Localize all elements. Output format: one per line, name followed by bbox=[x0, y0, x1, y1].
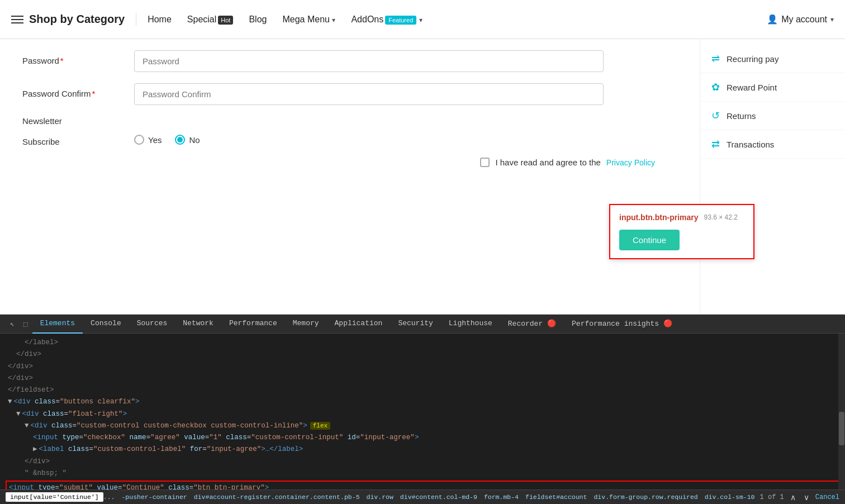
code-line-12: " &nbsp; " bbox=[0, 468, 845, 479]
devtools-bottom-bar: input[value='Continue'] ... -pusher-cont… bbox=[0, 489, 845, 504]
tooltip-dimensions: 93.6 × 42.2 bbox=[704, 213, 738, 221]
navbar-brand[interactable]: Shop by Category bbox=[11, 13, 136, 26]
returns-icon: ↺ bbox=[711, 110, 720, 122]
nav-mega-menu[interactable]: Mega Menu ▾ bbox=[282, 15, 335, 25]
devtools-tabs: ↖ ⬚ Elements Console Sources Network Per… bbox=[0, 315, 845, 334]
transactions-icon: ⇄ bbox=[711, 138, 720, 150]
subscribe-label: Subscribe bbox=[22, 135, 134, 146]
breadcrumb-row[interactable]: div.row bbox=[367, 493, 393, 501]
input-value-display: input[value='Continue'] bbox=[6, 492, 103, 502]
sidebar-item-returns[interactable]: ↺ Returns bbox=[700, 102, 845, 130]
form-area: Password* Password Confirm* Newsletter S… bbox=[0, 39, 700, 314]
radio-no-circle bbox=[175, 135, 185, 145]
subscribe-group: Subscribe Yes No bbox=[22, 135, 677, 146]
addons-arrow: ▾ bbox=[419, 16, 422, 24]
continue-button[interactable]: Continue bbox=[619, 230, 680, 250]
devtools-tab-perf-insights[interactable]: Performance insights 🔴 bbox=[564, 315, 680, 334]
navbar: Shop by Category Home SpecialHot Blog Me… bbox=[0, 0, 845, 39]
nav-addons[interactable]: AddOnsFeatured ▾ bbox=[351, 15, 422, 25]
code-line-3: </div> bbox=[0, 361, 845, 373]
devtools-inspect-icon[interactable]: ⬚ bbox=[19, 315, 32, 334]
account-arrow: ▾ bbox=[830, 16, 834, 23]
devtools-tab-recorder[interactable]: Recorder 🔴 bbox=[500, 315, 564, 334]
hot-badge: Hot bbox=[218, 16, 233, 25]
breadcrumb-ellipsis[interactable]: ... bbox=[103, 493, 115, 501]
devtools-tab-lighthouse[interactable]: Lighthouse bbox=[441, 315, 500, 334]
devtools-tab-console[interactable]: Console bbox=[83, 315, 129, 334]
code-line-11: </div> bbox=[0, 456, 845, 468]
code-line-6: ▼<div class="buttons clearfix"> bbox=[0, 396, 845, 408]
code-line-2: </div> bbox=[0, 349, 845, 360]
cancel-link[interactable]: Cancel bbox=[815, 493, 839, 501]
breadcrumb-form[interactable]: form.mb-4 bbox=[484, 493, 519, 501]
highlighted-code-line: <input type="submit" value="Continue" cl… bbox=[6, 481, 839, 489]
nav-links: Home SpecialHot Blog Mega Menu ▾ AddOnsF… bbox=[148, 15, 767, 25]
breadcrumb-pusher[interactable]: -pusher-container bbox=[121, 493, 187, 501]
devtools-tab-sources[interactable]: Sources bbox=[129, 315, 175, 334]
sidebar-item-transactions[interactable]: ⇄ Transactions bbox=[700, 130, 845, 159]
content-wrapper: Password* Password Confirm* Newsletter S… bbox=[0, 39, 845, 314]
nav-home[interactable]: Home bbox=[148, 15, 172, 25]
tooltip-header: input.btn.btn-primary 93.6 × 42.2 bbox=[619, 213, 744, 222]
brand-name: Shop by Category bbox=[29, 13, 125, 26]
devtools-scrollbar[interactable] bbox=[838, 334, 845, 489]
reward-icon: ✿ bbox=[711, 81, 720, 93]
devtools-tab-application[interactable]: Application bbox=[327, 315, 391, 334]
devtools-tab-memory[interactable]: Memory bbox=[285, 315, 327, 334]
devtools-tab-elements[interactable]: Elements bbox=[32, 315, 83, 334]
code-line-8: ▼<div class="custom-control custom-check… bbox=[0, 420, 845, 432]
privacy-link[interactable]: Privacy Policy bbox=[606, 158, 655, 167]
sidebar: ⇌ Recurring pay ✿ Reward Point ↺ Returns… bbox=[700, 39, 845, 314]
radio-yes-circle bbox=[134, 135, 144, 145]
sidebar-item-reward[interactable]: ✿ Reward Point bbox=[700, 73, 845, 102]
search-results: 1 of 1 ∧ ∨ Cancel bbox=[760, 493, 839, 502]
mega-menu-arrow: ▾ bbox=[332, 16, 335, 24]
breadcrumb-form-group[interactable]: div.form-group.row.required bbox=[594, 493, 697, 501]
password-confirm-required: * bbox=[92, 89, 96, 98]
code-line-5: </fieldset> bbox=[0, 384, 845, 396]
code-line-1: </label> bbox=[0, 337, 845, 349]
newsletter-label: Newsletter bbox=[22, 116, 134, 126]
password-required: * bbox=[60, 56, 64, 65]
devtools-panel: ↖ ⬚ Elements Console Sources Network Per… bbox=[0, 314, 845, 504]
agree-text: I have read and agree to the bbox=[495, 158, 600, 167]
radio-group: Yes No bbox=[134, 135, 200, 145]
devtools-tab-performance[interactable]: Performance bbox=[221, 315, 285, 334]
nav-special[interactable]: SpecialHot bbox=[187, 15, 234, 25]
code-line-9: <input type="checkbox" name="agree" valu… bbox=[0, 432, 845, 444]
agree-row: I have read and agree to the Privacy Pol… bbox=[22, 158, 677, 167]
code-line-4: </div> bbox=[0, 373, 845, 384]
tooltip-element-name: input.btn.btn-primary bbox=[619, 213, 699, 222]
radio-yes[interactable]: Yes bbox=[134, 135, 162, 145]
sidebar-item-recurring[interactable]: ⇌ Recurring pay bbox=[700, 45, 845, 73]
breadcrumb-fieldset[interactable]: fieldset#account bbox=[525, 493, 587, 501]
account-icon: 👤 bbox=[767, 14, 778, 25]
tooltip-overlay: input.btn.btn-primary 93.6 × 42.2 Contin… bbox=[609, 204, 754, 259]
search-next-btn[interactable]: ∨ bbox=[802, 493, 811, 502]
breadcrumb-bar: ... -pusher-container div#account-regist… bbox=[103, 493, 760, 501]
devtools-tab-security[interactable]: Security bbox=[390, 315, 440, 334]
hamburger-icon[interactable] bbox=[11, 16, 23, 23]
breadcrumb-content[interactable]: div#content.col-md-9 bbox=[400, 493, 477, 501]
devtools-tab-network[interactable]: Network bbox=[175, 315, 221, 334]
password-confirm-input[interactable] bbox=[134, 83, 604, 105]
password-input[interactable] bbox=[134, 50, 604, 72]
password-confirm-group: Password Confirm* bbox=[22, 83, 677, 105]
password-group: Password* bbox=[22, 50, 677, 72]
password-confirm-label: Password Confirm* bbox=[22, 83, 134, 98]
search-result-count: 1 of 1 bbox=[760, 493, 784, 501]
agree-checkbox[interactable] bbox=[480, 158, 490, 167]
nav-my-account[interactable]: 👤 My account ▾ bbox=[767, 14, 834, 25]
nav-blog[interactable]: Blog bbox=[249, 15, 267, 25]
code-line-10: ▶<label class="custom-control-label" for… bbox=[0, 444, 845, 455]
devtools-cursor-icon[interactable]: ↖ bbox=[6, 315, 19, 334]
search-prev-btn[interactable]: ∧ bbox=[789, 493, 797, 502]
radio-no[interactable]: No bbox=[175, 135, 200, 145]
password-label: Password* bbox=[22, 50, 134, 65]
breadcrumb-account-register[interactable]: div#account-register.container.content.p… bbox=[194, 493, 360, 501]
recurring-icon: ⇌ bbox=[711, 53, 720, 65]
devtools-code-area: </label> </div> </div> </div> </fieldset… bbox=[0, 334, 845, 489]
breadcrumb-col-sm[interactable]: div.col-sm-10 bbox=[705, 493, 755, 501]
devtools-scroll-thumb[interactable] bbox=[839, 412, 844, 445]
newsletter-row: Newsletter bbox=[22, 116, 677, 126]
